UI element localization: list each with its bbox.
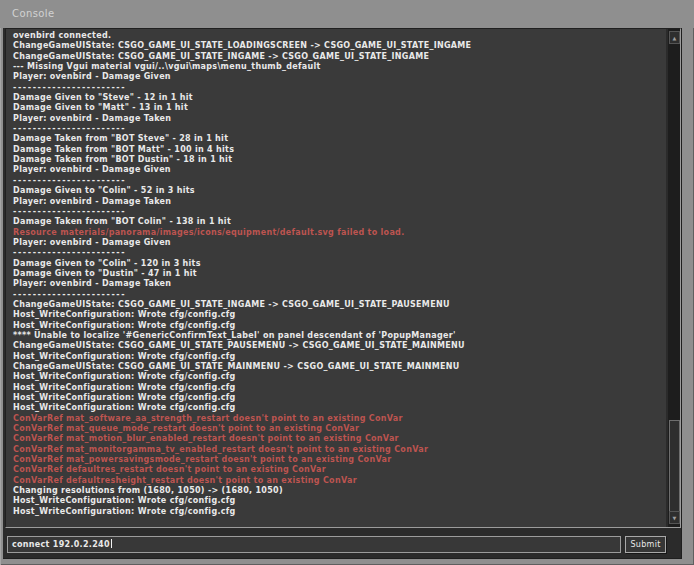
log-line: Damage Taken from "BOT Matt" - 100 in 4 … [13,145,664,155]
log-line: ----------------------- [13,290,664,300]
text-caret [111,539,112,548]
log-line: ----------------------- [13,248,664,258]
scroll-down-button[interactable]: ▼ [669,511,680,524]
log-line: ----------------------- [13,207,664,217]
log-line: ----------------------- [13,176,664,186]
console-body: ovenbird connected.ChangeGameUIState: CS… [3,28,682,559]
log-lines: ovenbird connected.ChangeGameUIState: CS… [6,31,664,517]
scrollbar-thumb[interactable] [669,420,680,513]
log-line: Damage Taken from "BOT Dustin" - 18 in 1… [13,155,664,165]
log-line: ChangeGameUIState: CSGO_GAME_UI_STATE_LO… [13,41,664,51]
log-line: Player: ovenbird - Damage Taken [13,197,664,207]
log-line: Player: ovenbird - Damage Taken [13,279,664,289]
log-line: ConVarRef defaultres_restart doesn't poi… [13,465,664,475]
log-line: ChangeGameUIState: CSGO_GAME_UI_STATE_MA… [13,362,664,372]
titlebar[interactable]: Console [0,0,694,28]
log-line: Damage Given to "Colin" - 52 in 3 hits [13,186,664,196]
log-line: Changing resolutions from (1680, 1050) -… [13,486,664,496]
log-line: Player: ovenbird - Damage Given [13,238,664,248]
log-line: Host_WriteConfiguration: Wrote cfg/confi… [13,383,664,393]
log-line: Resource materials/panorama/images/icons… [13,228,664,238]
log-line: Damage Given to "Matt" - 13 in 1 hit [13,103,664,113]
console-log[interactable]: ovenbird connected.ChangeGameUIState: CS… [5,28,681,528]
scroll-up-button[interactable]: ▲ [669,31,680,44]
scrollbar[interactable]: ▲ ▼ [666,29,680,527]
log-line: Player: ovenbird - Damage Taken [13,114,664,124]
log-line: Player: ovenbird - Damage Given [13,165,664,175]
log-line: Host_WriteConfiguration: Wrote cfg/confi… [13,496,664,506]
log-line: Damage Given to "Steve" - 12 in 1 hit [13,93,664,103]
log-line: ChangeGameUIState: CSGO_GAME_UI_STATE_PA… [13,341,664,351]
console-window: Console ovenbird connected.ChangeGameUIS… [0,0,694,565]
log-line: Host_WriteConfiguration: Wrote cfg/confi… [13,372,664,382]
command-input[interactable]: connect 192.0.2.240 [7,536,621,553]
log-line: ----------------------- [13,83,664,93]
log-line: Host_WriteConfiguration: Wrote cfg/confi… [13,393,664,403]
command-input-value: connect 192.0.2.240 [12,540,110,549]
log-line: ConVarRef mat_software_aa_strength_resta… [13,414,664,424]
log-line: Player: ovenbird - Damage Given [13,72,664,82]
log-line: ConVarRef defaultresheight_restart doesn… [13,476,664,486]
log-line: ChangeGameUIState: CSGO_GAME_UI_STATE_IN… [13,300,664,310]
down-arrow-icon: ▼ [673,515,677,521]
log-line: Damage Taken from "BOT Steve" - 28 in 1 … [13,134,664,144]
log-line: Host_WriteConfiguration: Wrote cfg/confi… [13,352,664,362]
log-line: Damage Given to "Dustin" - 47 in 1 hit [13,269,664,279]
log-line: ConVarRef mat_queue_mode_restart doesn't… [13,424,664,434]
log-line: ConVarRef mat_powersavingsmode_restart d… [13,455,664,465]
log-line: ----------------------- [13,124,664,134]
log-line: ovenbird connected. [13,31,664,41]
log-line: Host_WriteConfiguration: Wrote cfg/confi… [13,507,664,517]
log-line: ConVarRef mat_motion_blur_enabled_restar… [13,434,664,444]
log-line: Damage Given to "Colin" - 120 in 3 hits [13,259,664,269]
log-line: ChangeGameUIState: CSGO_GAME_UI_STATE_IN… [13,52,664,62]
log-line: Host_WriteConfiguration: Wrote cfg/confi… [13,310,664,320]
log-line: **** Unable to localize '#GenericConfirm… [13,331,664,341]
submit-button[interactable]: Submit [625,536,666,553]
log-line: Damage Taken from "BOT Colin" - 138 in 1… [13,217,664,227]
log-line: Host_WriteConfiguration: Wrote cfg/confi… [13,403,664,413]
log-line: --- Missing Vgui material vgui/..\vgui\m… [13,62,664,72]
log-line: Host_WriteConfiguration: Wrote cfg/confi… [13,321,664,331]
up-arrow-icon: ▲ [673,35,677,41]
log-line: ConVarRef mat_monitorgamma_tv_enabled_re… [13,445,664,455]
window-title: Console [12,8,55,19]
